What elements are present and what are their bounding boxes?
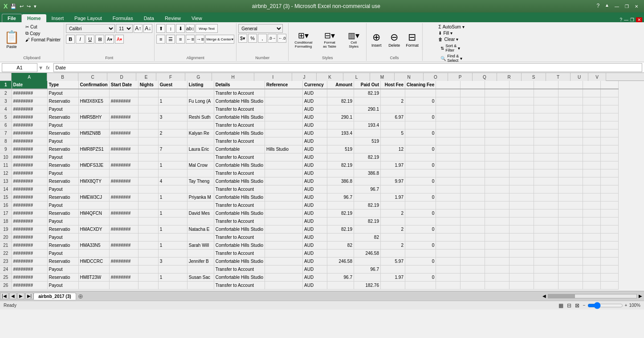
cell-3-9[interactable]: [265, 97, 302, 105]
cell-6-1[interactable]: ########: [12, 121, 47, 129]
empty-cell[interactable]: [534, 241, 558, 249]
empty-cell[interactable]: [461, 129, 485, 137]
cell-19-1[interactable]: ########: [12, 225, 47, 233]
empty-cell[interactable]: [534, 185, 558, 193]
cell-12-12[interactable]: 386.8: [354, 169, 380, 177]
cell-8-10[interactable]: AUD: [302, 137, 327, 145]
cell-5-10[interactable]: AUD: [302, 113, 327, 121]
cell-24-6[interactable]: [158, 265, 187, 273]
cell-a1[interactable]: Date: [12, 81, 47, 89]
cell-9-8[interactable]: Comfortable: [214, 145, 265, 153]
cell-3-11[interactable]: 82.19: [327, 97, 354, 105]
cell-13-14[interactable]: 0: [405, 177, 436, 185]
empty-cell[interactable]: [436, 225, 461, 233]
cell-13-1[interactable]: ########: [12, 177, 47, 185]
empty-cell[interactable]: [461, 169, 485, 177]
cell-22-1[interactable]: ########: [12, 249, 47, 257]
empty-cell[interactable]: [461, 97, 485, 105]
cell-20-10[interactable]: AUD: [302, 233, 327, 241]
empty-cell[interactable]: [436, 209, 461, 217]
cell-17-9[interactable]: [265, 209, 302, 217]
cell-11-10[interactable]: AUD: [302, 161, 327, 169]
empty-cell[interactable]: [461, 153, 485, 161]
cell-17-13[interactable]: 2: [380, 209, 405, 217]
cell-7-8[interactable]: Comfortable Hills Studio: [214, 129, 265, 137]
cell-6-12[interactable]: 193.4: [354, 121, 380, 129]
empty-cell[interactable]: [601, 201, 619, 209]
cell-14-8[interactable]: Transfer to Account: [214, 185, 265, 193]
empty-cell[interactable]: [558, 145, 583, 153]
cell-m1[interactable]: Host Fee: [380, 81, 405, 89]
cell-9-6[interactable]: 7: [158, 145, 187, 153]
cell-r1[interactable]: [509, 81, 534, 89]
cell-21-14[interactable]: 0: [405, 241, 436, 249]
cell-20-7[interactable]: [187, 233, 214, 241]
row-num-17[interactable]: 17: [0, 209, 12, 217]
empty-cell[interactable]: [534, 161, 558, 169]
empty-cell[interactable]: [509, 185, 534, 193]
empty-cell[interactable]: [558, 201, 583, 209]
formula-input[interactable]: [53, 63, 642, 72]
align-center-btn[interactable]: ☰: [166, 35, 175, 44]
empty-cell[interactable]: [509, 129, 534, 137]
cell-10-12[interactable]: 82.19: [354, 153, 380, 161]
empty-cell[interactable]: [461, 121, 485, 129]
cell-7-2[interactable]: Reservatio: [47, 129, 78, 137]
col-header-d[interactable]: D: [107, 73, 136, 81]
cell-14-9[interactable]: [265, 185, 302, 193]
cell-3-12[interactable]: [354, 97, 380, 105]
cell-7-1[interactable]: ########: [12, 129, 47, 137]
cell-13-6[interactable]: 4: [158, 177, 187, 185]
cell-3-5[interactable]: [138, 97, 158, 105]
empty-cell[interactable]: [461, 161, 485, 169]
cell-23-5[interactable]: [138, 257, 158, 265]
cell-16-5[interactable]: [138, 201, 158, 209]
cell-21-5[interactable]: [138, 241, 158, 249]
empty-cell[interactable]: [601, 113, 619, 121]
empty-cell[interactable]: [534, 89, 558, 97]
scroll-left-btn[interactable]: ◀: [542, 294, 546, 298]
empty-cell[interactable]: [583, 281, 601, 289]
cell-9-14[interactable]: 0: [405, 145, 436, 153]
tab-review[interactable]: Review: [159, 14, 186, 22]
cell-8-14[interactable]: [405, 137, 436, 145]
cell-20-5[interactable]: [138, 233, 158, 241]
cell-2-12[interactable]: 82.19: [354, 89, 380, 97]
cell-15-5[interactable]: [138, 193, 158, 201]
cell-12-2[interactable]: Payout: [47, 169, 78, 177]
empty-cell[interactable]: [461, 193, 485, 201]
cell-21-2[interactable]: Reservatio: [47, 241, 78, 249]
cell-24-1[interactable]: ########: [12, 265, 47, 273]
cell-25-3[interactable]: HM8T23W: [78, 273, 109, 281]
cell-16-2[interactable]: Payout: [47, 201, 78, 209]
cell-10-1[interactable]: ########: [12, 153, 47, 161]
cell-p1[interactable]: [461, 81, 485, 89]
cell-8-2[interactable]: Payout: [47, 137, 78, 145]
cell-13-3[interactable]: HMX8QTY: [78, 177, 109, 185]
empty-cell[interactable]: [485, 241, 509, 249]
cell-3-14[interactable]: 0: [405, 97, 436, 105]
first-sheet-btn[interactable]: |◀: [0, 293, 8, 299]
empty-cell[interactable]: [534, 233, 558, 241]
empty-cell[interactable]: [436, 185, 461, 193]
cell-15-13[interactable]: 1.97: [380, 193, 405, 201]
fill-button[interactable]: ⬇ Fill ▾: [437, 30, 454, 36]
empty-cell[interactable]: [558, 153, 583, 161]
cell-2-6[interactable]: [158, 89, 187, 97]
cell-s1[interactable]: [534, 81, 558, 89]
empty-cell[interactable]: [509, 273, 534, 281]
cell-19-14[interactable]: 0: [405, 225, 436, 233]
empty-cell[interactable]: [534, 169, 558, 177]
cell-21-3[interactable]: HMA33N5: [78, 241, 109, 249]
cell-23-4[interactable]: ########: [109, 257, 138, 265]
cell-7-12[interactable]: [354, 129, 380, 137]
cell-10-5[interactable]: [138, 153, 158, 161]
cell-11-13[interactable]: 1.97: [380, 161, 405, 169]
font-name-select[interactable]: Calibri: [66, 24, 115, 33]
cell-4-5[interactable]: [138, 105, 158, 113]
cell-21-12[interactable]: [354, 241, 380, 249]
cell-17-10[interactable]: AUD: [302, 209, 327, 217]
cell-17-8[interactable]: Comfortable Hills Studio: [214, 209, 265, 217]
empty-cell[interactable]: [534, 281, 558, 289]
row-num-10[interactable]: 10: [0, 153, 12, 161]
